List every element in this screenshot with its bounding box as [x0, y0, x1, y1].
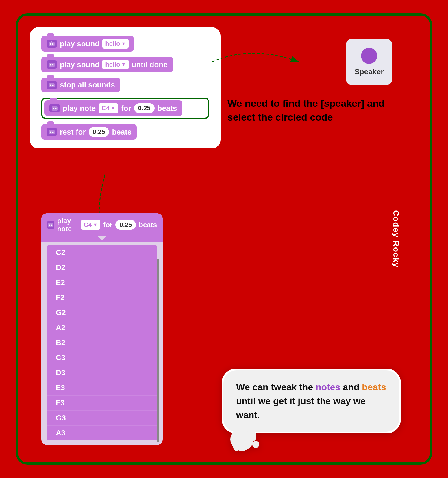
play-sound-label: play sound: [60, 39, 99, 48]
hello-until-dropdown[interactable]: hello ▼: [102, 60, 129, 69]
list-item[interactable]: E3: [47, 380, 157, 396]
cloud-middle: and: [340, 382, 362, 392]
hello-dropdown[interactable]: hello ▼: [102, 39, 129, 49]
cloud-bubble: We can tweak the notes and beats until w…: [222, 369, 401, 433]
rest-value[interactable]: 0.25: [89, 127, 109, 137]
svg-point-5: [50, 64, 51, 66]
svg-point-15: [52, 132, 54, 133]
svg-rect-7: [49, 83, 55, 87]
svg-point-19: [49, 225, 50, 226]
scrollbar[interactable]: [157, 259, 159, 442]
bottom-beats-label: beats: [139, 221, 157, 229]
svg-point-11: [53, 108, 54, 109]
svg-point-14: [50, 132, 51, 133]
dashed-arrow: [209, 39, 325, 97]
svg-point-9: [52, 84, 54, 86]
list-item[interactable]: F2: [47, 290, 157, 305]
svg-point-8: [50, 84, 51, 86]
svg-point-12: [55, 108, 57, 109]
rest-for-label: rest for: [60, 128, 86, 137]
svg-rect-18: [48, 223, 53, 227]
svg-point-2: [52, 43, 54, 45]
bottom-play-note: play note: [57, 217, 78, 233]
play-sound-2-label: play sound: [60, 60, 99, 69]
for-label: for: [121, 104, 131, 113]
cloud-suffix: until we get it just the way we want.: [236, 396, 366, 420]
top-panel: play sound hello ▼ play sound: [30, 27, 221, 148]
list-item[interactable]: A3: [47, 426, 157, 440]
speaker-card: Speaker: [346, 39, 392, 85]
robot-icon-3: [47, 81, 57, 89]
list-item[interactable]: D2: [47, 260, 157, 275]
list-item[interactable]: F3: [47, 396, 157, 411]
list-item[interactable]: D3: [47, 365, 157, 380]
rest-for-block[interactable]: rest for 0.25 beats: [41, 124, 209, 140]
robot-icon-2: [47, 60, 57, 69]
svg-point-1: [50, 43, 51, 45]
list-item[interactable]: G2: [47, 305, 157, 320]
svg-rect-4: [49, 63, 55, 67]
beats-label: beats: [158, 104, 177, 113]
list-item[interactable]: G3: [47, 411, 157, 426]
bottom-value[interactable]: 0.25: [115, 220, 136, 230]
list-item[interactable]: C2: [47, 245, 157, 260]
stop-all-sounds-label: stop all sounds: [60, 80, 115, 89]
svg-rect-3: [51, 41, 52, 42]
bottom-block-header[interactable]: play note C4 ▼ for 0.25 beats: [41, 213, 163, 236]
list-item[interactable]: E2: [47, 275, 157, 290]
note-value[interactable]: 0.25: [134, 103, 155, 113]
bottom-for-label: for: [103, 221, 112, 229]
speaker-dot: [361, 48, 377, 64]
notes-word: notes: [316, 382, 340, 392]
list-item[interactable]: C3: [47, 350, 157, 365]
robot-icon-1: [47, 40, 57, 48]
cloud-prefix: We can tweak the: [236, 382, 316, 392]
play-sound-until-done-block[interactable]: play sound hello ▼ until done: [41, 57, 209, 72]
svg-point-20: [51, 225, 53, 226]
notes-dropdown-list[interactable]: C2D2E2F2G2A2B2C3D3E3F3G3A3: [47, 245, 157, 440]
svg-rect-10: [52, 106, 58, 111]
speaker-label: Speaker: [354, 67, 384, 76]
svg-rect-13: [49, 130, 55, 134]
play-note-label: play note: [63, 104, 96, 113]
note-dropdown[interactable]: C4 ▼: [99, 103, 118, 113]
stop-all-sounds-block[interactable]: stop all sounds: [41, 78, 209, 92]
list-item[interactable]: A2: [47, 320, 157, 335]
play-note-circled[interactable]: play note C4 ▼ for 0.25 beats: [41, 98, 209, 119]
list-item[interactable]: B2: [47, 335, 157, 350]
robot-icon-bottom: [47, 221, 54, 229]
bottom-note-dropdown[interactable]: C4 ▼: [81, 220, 101, 230]
robot-icon-4: [49, 104, 60, 112]
robot-icon-5: [47, 128, 57, 136]
play-sound-hello-block[interactable]: play sound hello ▼: [41, 36, 209, 52]
svg-rect-0: [49, 42, 55, 46]
instruction-text: We need to find the [speaker] and select…: [227, 97, 389, 124]
beats-word: beats: [362, 382, 386, 392]
vertical-title: Codey Rocky: [391, 210, 400, 268]
svg-point-6: [52, 64, 54, 66]
outer-container: Codey Rocky play sound hello ▼: [16, 13, 432, 465]
rest-beats-label: beats: [112, 128, 132, 137]
bottom-panel: play note C4 ▼ for 0.25 beats C2D2E2F2G2…: [41, 213, 163, 445]
until-done-label: until done: [132, 60, 167, 69]
